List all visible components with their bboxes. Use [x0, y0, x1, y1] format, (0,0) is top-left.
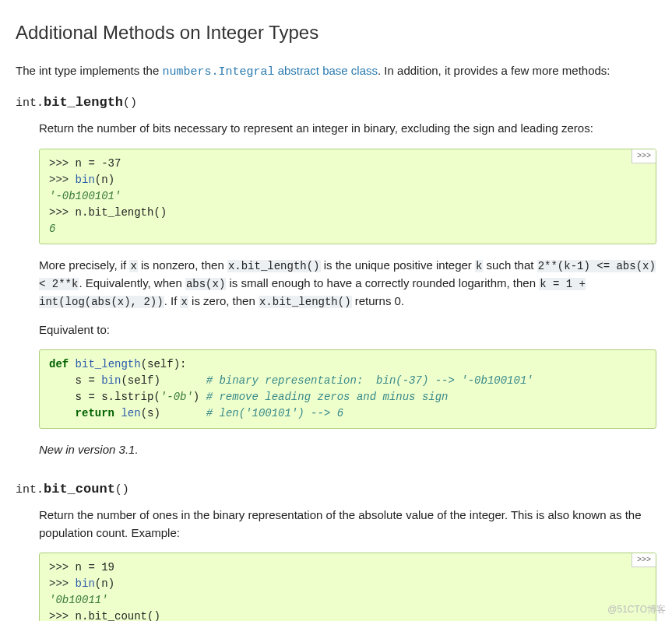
watermark: @51CTO博客: [607, 602, 666, 616]
code-line: n = -37: [76, 157, 121, 170]
fn-name: bin: [101, 374, 121, 387]
text: . If: [164, 294, 181, 307]
prompt: >>>: [49, 157, 76, 170]
inline-code: k: [475, 260, 483, 272]
version-added: New in version 3.1.: [39, 441, 656, 459]
code-line: (n): [95, 174, 114, 186]
abstract-base-class-text: abstract base class: [274, 64, 378, 77]
code: (self):: [141, 358, 187, 370]
intro-paragraph: The int type implements the numbers.Inte…: [16, 62, 656, 82]
code: (s): [141, 407, 206, 419]
prompt: >>>: [49, 206, 76, 219]
intro-text-b: . In addition, it provides a few more me…: [378, 64, 610, 77]
bit-count-desc: Return the number of ones in the binary …: [39, 507, 656, 542]
text: is small enough to have a correctly roun…: [226, 276, 539, 289]
inline-code: x: [129, 260, 137, 272]
text: is the unique positive integer: [321, 258, 475, 272]
inline-code: x.bit_length(): [227, 260, 321, 272]
text: is zero, then: [188, 294, 259, 307]
inline-code: abs(x): [185, 278, 226, 290]
toggle-prompts-button[interactable]: >>>: [632, 553, 656, 567]
comment: # len('100101') --> 6: [206, 407, 343, 419]
code: (self): [121, 374, 206, 387]
code: s =: [49, 374, 101, 387]
bit-count-example: >>>>>> n = 19 >>> bin(n) '0b10011' >>> n…: [39, 553, 656, 621]
code-line: (n): [95, 577, 114, 590]
code: s = s.lstrip(: [49, 391, 160, 403]
code: ): [193, 391, 206, 403]
string: '-0b': [160, 391, 193, 403]
text: returns 0.: [352, 294, 405, 307]
bit-length-more: More precisely, if x is nonzero, then x.…: [39, 257, 656, 310]
method-bit-count: int.bit_count() Return the number of one…: [16, 479, 656, 622]
prompt: >>>: [49, 577, 76, 590]
fn-name: bit_length: [69, 358, 140, 370]
keyword: return: [76, 407, 114, 419]
prompt: >>>: [49, 610, 76, 621]
prompt: >>>: [49, 174, 76, 186]
method-bit-length: int.bit_length() Return the number of bi…: [16, 93, 656, 459]
comment: # remove leading zeros and minus sign: [206, 391, 449, 403]
code-fn: bin: [76, 577, 95, 590]
numbers-integral-code: numbers.Integral: [162, 65, 274, 79]
code-fn: bin: [76, 174, 95, 186]
text: is nonzero, then: [138, 258, 227, 272]
bit-count-signature: int.bit_count(): [16, 479, 656, 500]
inline-code: x.bit_length(): [259, 296, 352, 308]
text: More precisely, if: [39, 258, 129, 272]
code-output: '0b10011': [49, 594, 108, 606]
sig-class-prefix: int.: [16, 483, 44, 496]
comment: # binary representation: bin(-37) --> '-…: [206, 374, 533, 387]
toggle-prompts-button[interactable]: >>>: [632, 149, 656, 163]
fn-name: len: [121, 407, 140, 419]
bit-length-equiv-code: def bit_length(self): s = bin(self) # bi…: [39, 349, 656, 429]
sig-parens: (): [115, 483, 129, 496]
code-output: '-0b100101': [49, 190, 121, 202]
prompt: >>>: [49, 561, 76, 574]
sig-class-prefix: int.: [16, 96, 44, 110]
intro-text-a: The int type implements the: [16, 64, 162, 77]
sig-method-name: bit_count: [44, 482, 115, 496]
bit-length-example: >>>>>> n = -37 >>> bin(n) '-0b100101' >>…: [39, 149, 656, 244]
code-line: n = 19: [76, 561, 114, 574]
code-line: n.bit_length(): [76, 206, 167, 219]
code-line: n.bit_count(): [76, 610, 160, 621]
code-output: 6: [49, 223, 55, 235]
section-title: Additional Methods on Integer Types: [16, 19, 656, 47]
keyword: def: [49, 358, 69, 370]
numbers-integral-link[interactable]: numbers.Integral abstract base class: [162, 64, 378, 77]
bit-length-signature: int.bit_length(): [16, 93, 656, 113]
inline-code: x: [180, 296, 188, 308]
bit-length-desc: Return the number of bits necessary to r…: [39, 120, 656, 138]
text: . Equivalently, when: [79, 276, 185, 289]
sig-parens: (): [123, 96, 137, 110]
sig-method-name: bit_length: [44, 95, 123, 110]
code: [49, 407, 76, 419]
equivalent-to-label: Equivalent to:: [39, 321, 656, 339]
text: such that: [483, 258, 537, 272]
